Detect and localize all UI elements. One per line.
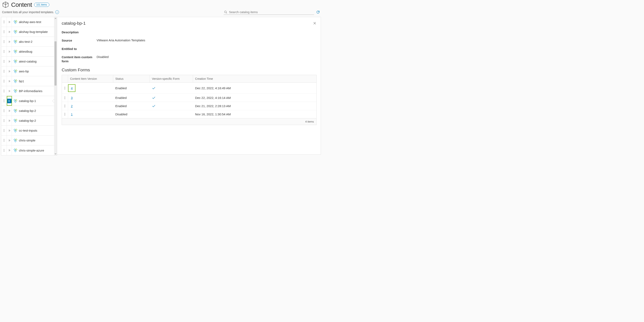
row-menu[interactable] <box>1 76 7 86</box>
col-status[interactable]: Status <box>113 75 150 82</box>
kebab-icon[interactable] <box>4 100 4 102</box>
list-item[interactable]: akshay-bug-template <box>1 27 54 37</box>
list-item[interactable]: atest-catalog <box>1 56 54 66</box>
col-form[interactable]: Version-specific Form <box>150 75 193 82</box>
row-menu[interactable] <box>62 102 68 110</box>
item-name-cell[interactable]: akshay-bug-template <box>12 27 54 36</box>
kebab-icon[interactable] <box>64 105 65 107</box>
row-menu[interactable] <box>1 17 7 27</box>
version-link[interactable]: 4 <box>68 85 75 92</box>
kebab-icon[interactable] <box>4 90 4 92</box>
row-menu[interactable] <box>1 96 7 106</box>
item-name: aktestbug <box>19 50 32 53</box>
table-row: 4EnabledDec 22, 2022, 4:16:49 AM <box>62 83 316 94</box>
scroll-down-icon[interactable] <box>54 152 57 155</box>
list-item[interactable]: catalog-bp-2 <box>1 116 54 126</box>
search-input[interactable] <box>229 10 314 14</box>
expand-toggle[interactable] <box>7 86 12 96</box>
expand-toggle[interactable] <box>7 27 12 36</box>
expand-toggle[interactable] <box>7 116 12 126</box>
item-name-cell[interactable]: aws-bp <box>12 66 54 76</box>
kebab-icon[interactable] <box>4 119 4 122</box>
row-menu[interactable] <box>1 66 7 76</box>
item-name-cell[interactable]: catalog-bp-2 <box>12 116 54 126</box>
expand-toggle[interactable] <box>7 76 12 86</box>
kebab-icon[interactable] <box>4 80 4 82</box>
expand-toggle[interactable] <box>7 136 12 145</box>
row-menu[interactable] <box>1 47 7 56</box>
list-item[interactable]: aws-bp <box>1 66 54 76</box>
expand-toggle[interactable] <box>7 126 12 135</box>
row-menu[interactable] <box>1 86 7 96</box>
list-item[interactable]: akshay-aws-test <box>1 17 54 27</box>
expand-toggle[interactable] <box>7 17 12 27</box>
scrollbar[interactable] <box>54 17 57 156</box>
version-link[interactable]: 1 <box>70 112 72 116</box>
row-menu[interactable] <box>1 145 7 155</box>
item-name-cell[interactable]: chris-simple-azure <box>12 145 54 155</box>
list-item[interactable]: catalog-bp-2 <box>1 106 54 116</box>
item-name-cell[interactable]: catalog-bp-2 <box>12 106 54 116</box>
kebab-icon[interactable] <box>4 139 4 142</box>
expand-toggle[interactable] <box>7 96 12 106</box>
list-item[interactable]: aks-test-2 <box>1 37 54 47</box>
list-item[interactable]: aktestbug <box>1 47 54 56</box>
row-menu[interactable] <box>62 94 68 102</box>
kebab-icon[interactable] <box>4 40 4 43</box>
custom-form-label: Content item custom form <box>62 55 96 64</box>
close-icon[interactable] <box>313 22 316 25</box>
refresh-icon[interactable] <box>316 10 320 14</box>
col-time[interactable]: Creation Time <box>193 75 316 82</box>
item-name-cell[interactable]: atest-catalog <box>12 56 54 66</box>
row-menu[interactable] <box>1 126 7 135</box>
item-name-cell[interactable]: akshay-aws-test <box>12 17 54 27</box>
search-field[interactable] <box>224 10 314 15</box>
row-menu[interactable] <box>1 27 7 36</box>
item-name-cell[interactable]: bp1 <box>12 76 54 86</box>
kebab-icon[interactable] <box>4 60 4 63</box>
col-version[interactable]: Content Item Version <box>68 75 113 82</box>
blueprint-icon <box>14 60 17 63</box>
item-name-cell[interactable]: chris-simple <box>12 136 54 145</box>
kebab-icon[interactable] <box>64 87 65 90</box>
list-item[interactable]: chris-simple-azure <box>1 145 54 155</box>
list-item[interactable]: catalog-bp-1 <box>1 96 54 106</box>
kebab-icon[interactable] <box>4 20 4 23</box>
list-item[interactable]: chris-simple <box>1 136 54 145</box>
item-name-cell[interactable]: aktestbug <box>12 47 54 56</box>
chevron-right-icon <box>8 80 11 83</box>
kebab-icon[interactable] <box>4 110 4 112</box>
row-menu[interactable] <box>1 56 7 66</box>
kebab-icon[interactable] <box>4 30 4 33</box>
expand-toggle[interactable] <box>7 47 12 56</box>
row-menu[interactable] <box>1 106 7 116</box>
row-menu[interactable] <box>1 37 7 46</box>
expand-toggle[interactable] <box>7 66 12 76</box>
row-menu[interactable] <box>62 110 68 118</box>
kebab-icon[interactable] <box>64 113 65 116</box>
kebab-icon[interactable] <box>64 96 65 99</box>
version-link[interactable]: 3 <box>70 96 72 100</box>
expand-toggle[interactable] <box>7 145 12 155</box>
expand-toggle[interactable] <box>7 37 12 46</box>
kebab-icon[interactable] <box>4 50 4 53</box>
item-name-cell[interactable]: catalog-bp-1 <box>12 96 54 106</box>
info-icon[interactable]: i <box>55 10 59 14</box>
version-link[interactable]: 2 <box>70 104 72 108</box>
item-name-cell[interactable]: BP-infomediaries <box>12 86 54 96</box>
list-item[interactable]: BP-infomediaries <box>1 86 54 96</box>
scroll-up-icon[interactable] <box>54 17 57 20</box>
kebab-icon[interactable] <box>4 129 4 132</box>
expand-toggle[interactable] <box>7 56 12 66</box>
kebab-icon[interactable] <box>4 149 4 152</box>
kebab-icon[interactable] <box>4 70 4 72</box>
list-item[interactable]: bp1 <box>1 76 54 86</box>
scroll-thumb[interactable] <box>54 41 56 86</box>
row-menu[interactable] <box>1 116 7 126</box>
item-name-cell[interactable]: aks-test-2 <box>12 37 54 46</box>
list-item[interactable]: cc-test-inputs <box>1 126 54 136</box>
row-menu[interactable] <box>1 136 7 145</box>
row-menu[interactable] <box>62 84 68 92</box>
item-name-cell[interactable]: cc-test-inputs <box>12 126 54 135</box>
expand-toggle[interactable] <box>7 106 12 116</box>
